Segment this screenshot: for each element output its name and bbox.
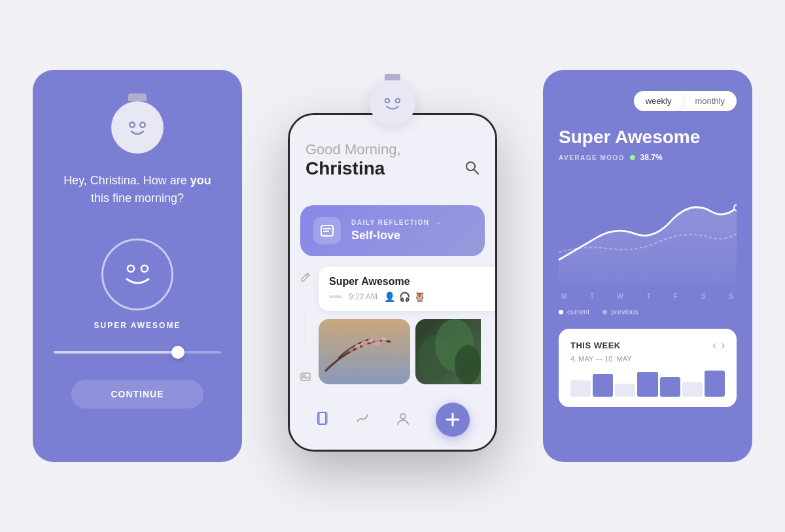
week-bar-5	[660, 377, 680, 397]
timeline-line	[305, 311, 306, 345]
svg-point-24	[381, 337, 387, 342]
svg-point-21	[374, 339, 381, 346]
svg-point-23	[349, 348, 353, 352]
photos-row	[319, 319, 497, 384]
nav-chart-icon[interactable]	[356, 411, 370, 429]
phone-robot-hat	[385, 74, 400, 80]
week-bar-6	[682, 382, 703, 397]
photo-blossom	[319, 319, 410, 384]
mood-circle	[101, 239, 173, 310]
avg-mood-row: AVERAGE MOOD 38.7%	[559, 153, 737, 162]
mood-title: Super Awesome	[559, 127, 737, 148]
avg-mood-dot	[630, 155, 635, 160]
nav-arrows: ‹ ›	[712, 339, 725, 351]
this-week-header: THIS WEEK ‹ ›	[570, 339, 725, 351]
avatar	[111, 101, 164, 154]
next-week-button[interactable]: ›	[722, 339, 725, 351]
weekly-toggle[interactable]: weekly	[634, 91, 684, 111]
phone-greeting-block: Good Morning, Christina	[305, 141, 401, 179]
phone-greeting-name: Christina	[305, 158, 401, 179]
svg-point-4	[128, 265, 134, 272]
headphones-icon: 🎧	[399, 291, 410, 302]
chart-area	[559, 178, 737, 282]
svg-point-5	[141, 265, 148, 272]
entry-time: 9:22 AM	[349, 292, 377, 301]
phone: Good Morning, Christina	[288, 113, 497, 452]
mood-chart	[559, 178, 737, 282]
daily-label: DAILY REFLECTION →	[351, 219, 472, 226]
week-bar-4	[637, 372, 657, 397]
daily-reflection-card[interactable]: DAILY REFLECTION → Self-love	[300, 205, 485, 256]
photo-thumb-2[interactable]	[415, 319, 497, 384]
svg-point-3	[141, 124, 145, 127]
phone-greeting-line1: Good Morning,	[305, 141, 401, 158]
binoculars-icon: 🦉	[414, 291, 425, 302]
journal-area: Super Awesome 9:22 AM 👤 🎧 🦉	[290, 267, 495, 384]
svg-point-28	[455, 345, 481, 384]
slider-container[interactable]	[54, 351, 221, 354]
svg-point-8	[386, 99, 389, 102]
phone-top: Good Morning, Christina	[290, 115, 495, 205]
legend-row: current previous	[559, 308, 737, 316]
search-icon[interactable]	[464, 159, 480, 179]
toggle-row: weekly monthly	[559, 91, 737, 111]
svg-point-9	[396, 99, 399, 102]
daily-title: Self-love	[351, 229, 472, 242]
svg-point-31	[400, 414, 406, 419]
scene: Hey, Christina. How are youthis fine mor…	[33, 31, 752, 501]
week-bar-7	[705, 371, 725, 397]
timeline-column	[300, 267, 311, 384]
reflection-icon	[313, 217, 341, 244]
mood-face-large	[116, 257, 159, 293]
image-icon	[300, 371, 311, 384]
fab-add-button[interactable]	[436, 403, 470, 437]
monthly-toggle[interactable]: monthly	[683, 91, 737, 111]
bottom-nav	[290, 395, 495, 450]
photo-thumb-1[interactable]	[319, 319, 410, 384]
phone-wrapper: Good Morning, Christina	[288, 80, 497, 452]
phone-header-row: Good Morning, Christina	[305, 141, 480, 179]
svg-line-15	[306, 274, 308, 276]
day-T1: T	[590, 293, 595, 300]
svg-rect-16	[301, 373, 310, 380]
prev-week-button[interactable]: ‹	[712, 339, 716, 351]
day-F: F	[674, 293, 678, 300]
legend-previous-dot	[602, 310, 607, 314]
legend-current-dot	[559, 310, 563, 314]
robot-hat	[128, 93, 147, 101]
left-card: Hey, Christina. How are youthis fine mor…	[33, 70, 242, 462]
slider-track	[54, 351, 221, 354]
toggle-group: weekly monthly	[634, 91, 737, 111]
phone-robot-face	[379, 92, 406, 114]
slider-thumb[interactable]	[171, 346, 184, 359]
continue-button[interactable]: CONTINUE	[71, 380, 203, 408]
svg-point-20	[368, 338, 374, 343]
greeting-text: Hey, Christina. How are youthis fine mor…	[63, 172, 211, 207]
entry-title: Super Awesome	[329, 276, 497, 288]
week-date: 4. MAY — 10. MAY	[570, 355, 725, 363]
robot-face	[121, 114, 154, 141]
mood-label: SUPER AWESOME	[94, 321, 181, 330]
nav-profile-icon[interactable]	[396, 411, 410, 429]
week-bar-2	[593, 374, 613, 397]
day-S1: S	[701, 293, 706, 300]
photo-foliage	[415, 319, 481, 384]
nav-journal-icon[interactable]	[316, 411, 330, 429]
svg-point-2	[131, 124, 134, 127]
avg-mood-value: 38.7%	[640, 153, 663, 162]
person-icon: 👤	[384, 291, 395, 302]
slider-fill	[54, 351, 179, 354]
journal-entries: Super Awesome 9:22 AM 👤 🎧 🦉	[319, 267, 497, 384]
entry-card[interactable]: Super Awesome 9:22 AM 👤 🎧 🦉	[319, 267, 497, 311]
day-M: M	[561, 293, 567, 300]
svg-point-22	[355, 344, 360, 349]
legend-current: current	[559, 308, 589, 316]
svg-line-11	[474, 170, 479, 175]
phone-robot-head	[370, 80, 415, 126]
daily-content: DAILY REFLECTION → Self-love	[351, 219, 472, 242]
mood-indicator	[329, 295, 342, 298]
this-week-title: THIS WEEK	[570, 341, 621, 350]
legend-previous: previous	[602, 308, 638, 316]
day-S2: S	[729, 293, 734, 300]
avg-mood-label: AVERAGE MOOD	[559, 154, 625, 161]
